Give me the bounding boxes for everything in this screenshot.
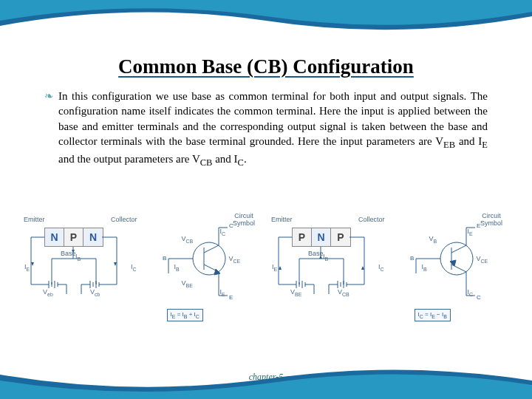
ie-label-p: IE (272, 263, 277, 272)
footer-chapter: chapter-5 (0, 372, 532, 383)
svg-text:C: C (477, 294, 481, 301)
pnp-equation: IC = IE − IB (415, 309, 451, 321)
diagram-row: Emitter Collector N P N Base (22, 214, 510, 351)
pnp-circuit-symbol: CircuitSymbol E C B VB VCE IE IC IB IC =… (394, 214, 511, 351)
ic-label: IC (131, 263, 137, 272)
svg-text:C: C (229, 222, 233, 229)
svg-text:E: E (229, 294, 233, 301)
slide-title: Common Base (CB) Configuration (44, 55, 488, 78)
npn-circuit-symbol: CircuitSymbol C E B VCB VCE VBE IC IE IB… (146, 214, 263, 351)
ie-label: IE (24, 263, 30, 272)
ib-label: IB (75, 253, 81, 262)
vbe-label-p: VBE (290, 288, 301, 297)
svg-point-0 (193, 242, 225, 275)
svg-text:B: B (163, 255, 166, 262)
svg-point-4 (440, 242, 473, 275)
wave-decoration-top (0, 0, 532, 52)
ie-sym-p: IE (468, 228, 473, 236)
npn-block-diagram: Emitter Collector N P N Base (22, 214, 139, 351)
npn-wires (22, 214, 140, 325)
vbe-sym-p: VB (429, 235, 437, 244)
slide-content: Common Base (CB) Configuration ❧ In this… (44, 55, 488, 169)
pnp-block-diagram: Emitter Collector P N P Base (270, 214, 386, 351)
vbe-sym: VBE (182, 279, 193, 288)
vce-sym: VCE (229, 255, 241, 264)
npn-equation: IE = IB + IC (167, 309, 203, 321)
vce-sym-p: VCE (477, 255, 488, 264)
veb-label: Veb (43, 288, 53, 297)
svg-text:B: B (410, 255, 414, 262)
body-paragraph: In this configuration we use base as com… (58, 89, 488, 169)
bullet-icon: ❧ (44, 89, 54, 104)
ib-sym: IB (174, 263, 180, 272)
ib-sym-p: IB (422, 263, 427, 272)
ib-label-p: IB (323, 253, 328, 262)
ic-sym-p: IC (468, 288, 474, 297)
ic-sym: IC (220, 228, 226, 236)
vcb-sym: VCB (182, 235, 194, 244)
ie-sym: IE (220, 288, 225, 297)
ic-label-p: IC (378, 263, 384, 272)
pnp-wires (270, 214, 388, 325)
vcb-label: Vcb (90, 288, 100, 297)
vcb-label-p: VCB (338, 288, 349, 297)
svg-text:E: E (477, 222, 480, 229)
